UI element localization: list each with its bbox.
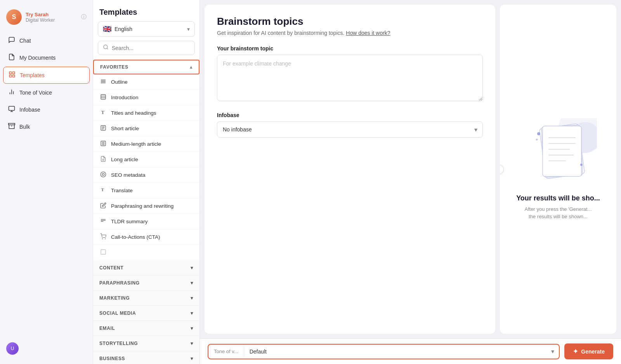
info-icon[interactable]: ⓘ bbox=[81, 14, 87, 21]
language-selector[interactable]: 🇬🇧 English ▾ bbox=[98, 21, 195, 37]
svg-rect-40 bbox=[101, 250, 106, 254]
sidebar-item-bulk[interactable]: Bulk bbox=[3, 119, 90, 135]
avatar: S bbox=[6, 9, 22, 25]
business-section-header[interactable]: BUSINESS ▾ bbox=[93, 351, 199, 364]
social-media-chevron-icon: ▾ bbox=[191, 311, 193, 316]
sidebar: S Try Sarah Digital Worker ⓘ Chat My Doc… bbox=[0, 0, 93, 364]
template-item-translate[interactable]: T Translate bbox=[93, 183, 199, 198]
infobase-select-wrapper: No infobase ▾ bbox=[217, 121, 483, 138]
favorites-chevron-icon: ▴ bbox=[190, 64, 193, 70]
sidebar-item-chat[interactable]: Chat bbox=[3, 33, 90, 49]
paraphrasing-chevron-icon: ▾ bbox=[191, 280, 193, 286]
template-item-medium-article[interactable]: Medium-length article bbox=[93, 136, 199, 152]
template-label-short-article: Short article bbox=[111, 126, 139, 131]
search-input[interactable] bbox=[112, 45, 190, 51]
content-area: Brainstorm topics Get inspiration for AI… bbox=[200, 0, 621, 338]
templates-panel: Templates 🇬🇧 English ▾ FAVORITES ▴ Outli… bbox=[93, 0, 200, 364]
svg-rect-1 bbox=[13, 72, 15, 74]
generate-icon: ✦ bbox=[573, 348, 578, 355]
marketing-section-header[interactable]: MARKETING ▾ bbox=[93, 291, 199, 306]
paraphrasing-section-header[interactable]: PARAPHRASING ▾ bbox=[93, 276, 199, 291]
email-label: EMAIL bbox=[99, 326, 115, 331]
template-item-tldr[interactable]: TLDR summary bbox=[93, 214, 199, 229]
user-name: Try Sarah bbox=[26, 12, 77, 17]
template-item-short-article[interactable]: Short article bbox=[93, 121, 199, 136]
sidebar-item-templates[interactable]: Templates bbox=[3, 67, 90, 84]
chat-icon bbox=[8, 36, 16, 45]
sidebar-item-infobase[interactable]: Infobase bbox=[3, 102, 90, 118]
template-item-long-article[interactable]: Long article bbox=[93, 152, 199, 167]
sidebar-item-label-bulk: Bulk bbox=[19, 124, 30, 130]
storytelling-section-header[interactable]: STORYTELLING ▾ bbox=[93, 336, 199, 351]
content-section-header[interactable]: CONTENT ▾ bbox=[93, 260, 199, 276]
form-panel: Brainstorm topics Get inspiration for AI… bbox=[205, 5, 495, 334]
template-item-cta[interactable]: Call-to-Actions (CTA) bbox=[93, 229, 199, 245]
template-item-paraphrasing[interactable]: Paraphrasing and rewriting bbox=[93, 198, 199, 214]
sidebar-item-label-templates: Templates bbox=[20, 72, 45, 78]
bottom-avatar[interactable]: U bbox=[6, 342, 19, 355]
template-item-outline[interactable]: Outline bbox=[93, 74, 199, 90]
template-item-titles-headings[interactable]: T Titles and headings bbox=[93, 105, 199, 121]
marketing-chevron-icon: ▾ bbox=[191, 295, 193, 301]
tldr-icon bbox=[99, 218, 107, 225]
seo-icon bbox=[99, 171, 107, 179]
social-media-label: SOCIAL MEDIA bbox=[99, 311, 136, 316]
sidebar-item-label-infobase: Infobase bbox=[19, 107, 40, 113]
language-chevron-icon: ▾ bbox=[187, 26, 190, 32]
email-section-header[interactable]: EMAIL ▾ bbox=[93, 321, 199, 336]
search-icon bbox=[103, 44, 109, 52]
template-label-long-article: Long article bbox=[111, 157, 138, 162]
template-item-introduction[interactable]: Introduction bbox=[93, 90, 199, 105]
cta-icon bbox=[99, 233, 107, 241]
svg-rect-3 bbox=[13, 75, 15, 77]
partial-icon bbox=[99, 249, 107, 256]
infobase-select[interactable]: No infobase bbox=[217, 121, 483, 138]
template-label-translate: Translate bbox=[111, 188, 133, 193]
template-label-cta: Call-to-Actions (CTA) bbox=[111, 234, 160, 240]
results-title-text: Your results will be sho... bbox=[516, 194, 600, 202]
svg-rect-0 bbox=[9, 72, 11, 74]
favorites-section-header[interactable]: FAVORITES ▴ bbox=[93, 60, 199, 74]
tone-chevron-icon: ▾ bbox=[546, 348, 559, 355]
medium-article-icon bbox=[99, 140, 107, 148]
form-subtitle-text: Get inspiration for AI content by brains… bbox=[217, 30, 344, 36]
content-chevron-icon: ▾ bbox=[191, 265, 193, 271]
business-label: BUSINESS bbox=[99, 356, 125, 361]
generate-label: Generate bbox=[581, 348, 605, 355]
template-label-tldr: TLDR summary bbox=[111, 219, 148, 224]
sidebar-item-label-chat: Chat bbox=[19, 38, 31, 44]
results-title: Your results will be sho... bbox=[516, 194, 600, 202]
how-link[interactable]: How does it work? bbox=[346, 30, 390, 36]
templates-icon bbox=[8, 71, 16, 79]
infobase-icon bbox=[8, 105, 16, 114]
language-label: English bbox=[114, 26, 184, 32]
bulk-icon bbox=[8, 122, 16, 131]
results-text: Your results will be sho... After you pr… bbox=[508, 194, 608, 221]
svg-rect-18 bbox=[101, 95, 106, 99]
tone-select[interactable]: Default bbox=[244, 345, 547, 359]
svg-text:T: T bbox=[101, 188, 104, 192]
marketing-label: MARKETING bbox=[99, 295, 130, 301]
favorites-label: FAVORITES bbox=[100, 64, 128, 70]
sidebar-nav: Chat My Documents Templates Tone of Voic… bbox=[0, 31, 93, 339]
bottom-bar: Tone of v... Default ▾ ✦ Generate bbox=[200, 338, 621, 364]
results-subtitle-line1: After you press the 'Generat... bbox=[524, 206, 592, 212]
topic-textarea[interactable] bbox=[217, 55, 483, 101]
right-results-panel: ‹ bbox=[500, 5, 616, 334]
template-item-seo[interactable]: SEO metadata bbox=[93, 167, 199, 183]
sidebar-bottom: U bbox=[0, 339, 93, 358]
template-label-titles: Titles and headings bbox=[111, 110, 156, 116]
paraphrasing-icon bbox=[99, 202, 107, 210]
collapse-panel-button[interactable]: ‹ bbox=[500, 165, 504, 174]
template-label-paraphrasing: Paraphrasing and rewriting bbox=[111, 203, 173, 209]
template-label-introduction: Introduction bbox=[111, 95, 139, 100]
svg-point-52 bbox=[536, 138, 538, 140]
social-media-section-header[interactable]: SOCIAL MEDIA ▾ bbox=[93, 306, 199, 321]
tone-icon bbox=[8, 88, 16, 97]
my-documents-icon bbox=[8, 53, 16, 62]
outline-icon bbox=[99, 78, 107, 86]
sidebar-item-tone-of-voice[interactable]: Tone of Voice bbox=[3, 85, 90, 101]
generate-button[interactable]: ✦ Generate bbox=[564, 343, 613, 359]
email-chevron-icon: ▾ bbox=[191, 326, 193, 331]
sidebar-item-my-documents[interactable]: My Documents bbox=[3, 50, 90, 66]
